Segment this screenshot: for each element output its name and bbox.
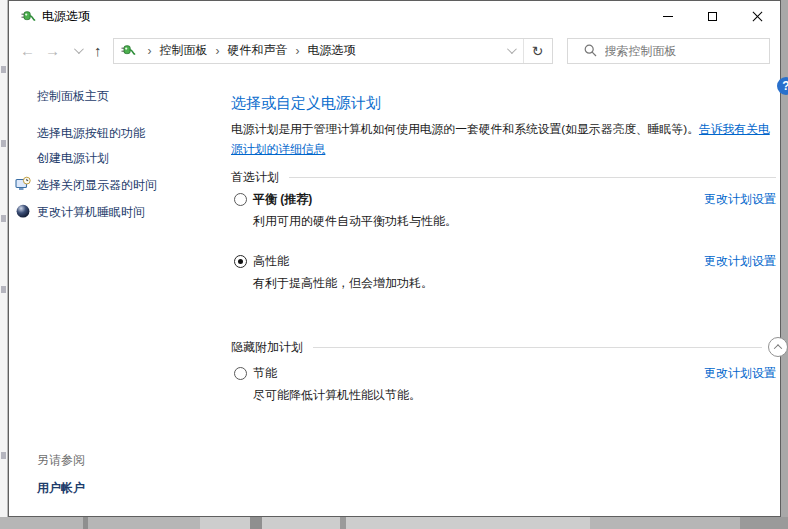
background-artifact <box>740 517 788 529</box>
close-button[interactable] <box>735 1 780 32</box>
background-artifact <box>1 215 6 222</box>
page-description: 电源计划是用于管理计算机如何使用电源的一套硬件和系统设置(如显示器亮度、睡眠等)… <box>231 119 776 159</box>
refresh-button[interactable]: ↻ <box>524 39 552 63</box>
sidebar-item-power-buttons[interactable]: 选择电源按钮的功能 <box>37 125 223 141</box>
breadcrumb-separator-icon[interactable]: › <box>288 44 308 58</box>
background-artifact <box>1 140 6 147</box>
section-title: 首选计划 <box>231 169 279 186</box>
plan-description: 利用可用的硬件自动平衡功耗与性能。 <box>253 213 776 229</box>
history-dropdown-button[interactable] <box>65 39 89 63</box>
search-input[interactable] <box>605 44 764 58</box>
background-artifact <box>1 286 6 293</box>
page-title: 选择或自定义电源计划 <box>231 93 776 113</box>
breadcrumb-hardware-sound[interactable]: 硬件和声音 <box>228 42 288 59</box>
background-artifact <box>1 452 6 459</box>
sidebar: 控制面板主页 选择电源按钮的功能 创建电源计划 选择关闭显示器的时间 <box>9 69 223 516</box>
address-bar[interactable]: › 控制面板 › 硬件和声音 › 电源选项 ↻ <box>113 38 553 64</box>
display-clock-icon <box>15 176 31 192</box>
background-artifact <box>250 517 262 529</box>
plan-row-power-saver: 节能 尽可能降低计算机性能以节能。 更改计划设置 <box>231 365 776 403</box>
see-also-section: 另请参阅 用户帐户 <box>37 452 85 496</box>
plan-name[interactable]: 节能 <box>253 365 776 381</box>
plan-description: 尽可能降低计算机性能以节能。 <box>253 387 776 403</box>
background-artifact <box>1 66 6 73</box>
minimize-button[interactable] <box>645 1 690 32</box>
minimize-icon <box>663 16 673 17</box>
radio-high-performance[interactable] <box>234 255 247 268</box>
power-options-window: 电源选项 ← → ↑ › 控制面板 › 硬件和声音 › 电源选项 <box>8 0 781 517</box>
sidebar-item-label: 创建电源计划 <box>37 150 109 166</box>
background-window-sliver <box>0 0 8 517</box>
sidebar-item-label: 选择关闭显示器的时间 <box>37 177 157 193</box>
background-bottom-strip <box>0 517 788 529</box>
plan-name[interactable]: 平衡 (推荐) <box>253 191 776 207</box>
back-button[interactable]: ← <box>15 38 40 64</box>
chevron-up-icon <box>774 344 782 352</box>
address-dropdown-button[interactable] <box>499 39 523 63</box>
forward-button[interactable]: → <box>40 38 65 64</box>
chevron-down-icon <box>73 44 83 54</box>
navigation-toolbar: ← → ↑ › 控制面板 › 硬件和声音 › 电源选项 ↻ <box>9 32 780 69</box>
help-button[interactable]: ? <box>777 77 788 95</box>
radio-power-saver[interactable] <box>234 367 247 380</box>
maximize-icon <box>708 12 717 21</box>
main-panel: ? 选择或自定义电源计划 电源计划是用于管理计算机如何使用电源的一套硬件和系统设… <box>223 69 788 516</box>
plan-row-high-performance: 高性能 有利于提高性能，但会增加功耗。 更改计划设置 <box>231 253 776 291</box>
search-icon <box>584 44 597 57</box>
sidebar-link-user-accounts[interactable]: 用户帐户 <box>37 480 85 496</box>
sidebar-item-create-plan[interactable]: 创建电源计划 <box>37 150 223 166</box>
chevron-down-icon <box>507 44 517 54</box>
change-plan-settings-link[interactable]: 更改计划设置 <box>704 365 776 381</box>
breadcrumb-separator-icon[interactable]: › <box>208 44 228 58</box>
radio-balanced[interactable] <box>234 193 247 206</box>
change-plan-settings-link[interactable]: 更改计划设置 <box>704 191 776 207</box>
sidebar-item-control-panel-home[interactable]: 控制面板主页 <box>37 88 223 104</box>
sidebar-item-label: 选择电源按钮的功能 <box>37 125 145 141</box>
divider <box>313 347 762 348</box>
change-plan-settings-link[interactable]: 更改计划设置 <box>704 253 776 269</box>
window-title: 电源选项 <box>42 8 90 25</box>
plan-description: 有利于提高性能，但会增加功耗。 <box>253 275 776 291</box>
titlebar: 电源选项 <box>9 1 780 32</box>
collapse-section-button[interactable] <box>768 337 788 357</box>
divider <box>289 177 776 178</box>
sidebar-item-label: 更改计算机睡眠时间 <box>37 204 145 220</box>
section-hidden-plans: 隐藏附加计划 <box>231 339 776 355</box>
sidebar-item-sleep-time[interactable]: 更改计算机睡眠时间 <box>37 204 223 220</box>
spacer <box>231 315 776 339</box>
plan-row-balanced: 平衡 (推荐) 利用可用的硬件自动平衡功耗与性能。 更改计划设置 <box>231 191 776 229</box>
plan-name[interactable]: 高性能 <box>253 253 776 269</box>
breadcrumb-separator-icon[interactable]: › <box>140 44 160 58</box>
breadcrumb-control-panel[interactable]: 控制面板 <box>160 42 208 59</box>
background-artifact <box>340 517 346 529</box>
breadcrumb-power-options[interactable]: 电源选项 <box>308 42 356 59</box>
power-plug-icon <box>120 43 136 59</box>
close-icon <box>752 11 763 22</box>
search-box[interactable] <box>567 38 771 64</box>
up-button[interactable]: ↑ <box>89 38 107 64</box>
section-preferred-plans: 首选计划 <box>231 169 776 185</box>
section-title: 隐藏附加计划 <box>231 339 303 356</box>
sleep-sphere-icon <box>15 203 31 219</box>
sidebar-item-display-off-time[interactable]: 选择关闭显示器的时间 <box>37 177 223 193</box>
maximize-button[interactable] <box>690 1 735 32</box>
description-text: 电源计划是用于管理计算机如何使用电源的一套硬件和系统设置(如显示器亮度、睡眠等)… <box>231 122 699 136</box>
power-plug-icon <box>20 9 36 25</box>
background-artifact <box>83 517 88 529</box>
content-area: 控制面板主页 选择电源按钮的功能 创建电源计划 选择关闭显示器的时间 <box>9 69 780 516</box>
see-also-heading: 另请参阅 <box>37 452 85 469</box>
